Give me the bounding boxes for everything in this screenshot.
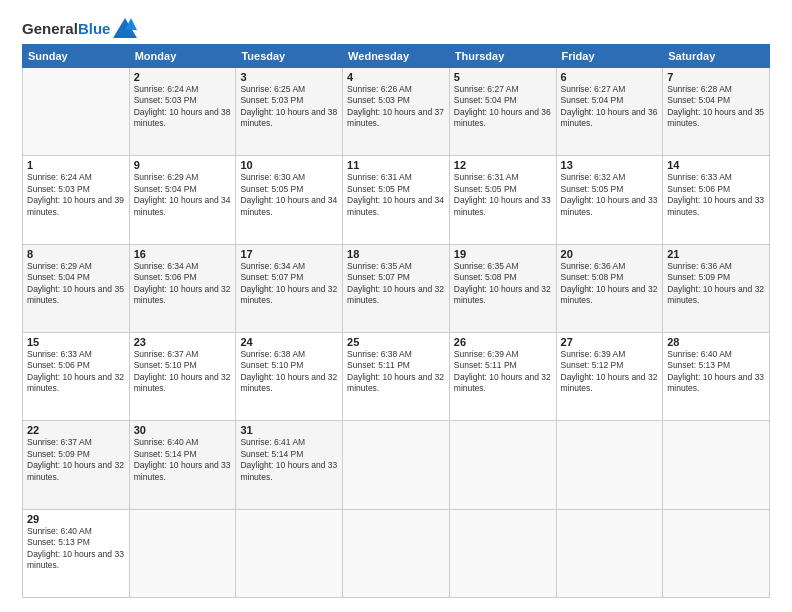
day-number: 18 [347,248,445,260]
day-number: 24 [240,336,338,348]
logo-icon [113,18,137,38]
day-cell: 11Sunrise: 6:31 AMSunset: 5:05 PMDayligh… [343,156,450,244]
day-info: Sunrise: 6:30 AMSunset: 5:05 PMDaylight:… [240,172,338,218]
day-info: Sunrise: 6:41 AMSunset: 5:14 PMDaylight:… [240,437,338,483]
day-cell: 20Sunrise: 6:36 AMSunset: 5:08 PMDayligh… [556,244,663,332]
logo: GeneralBlue [22,18,137,38]
day-info: Sunrise: 6:29 AMSunset: 5:04 PMDaylight:… [134,172,232,218]
day-info: Sunrise: 6:35 AMSunset: 5:08 PMDaylight:… [454,261,552,307]
day-cell: 3Sunrise: 6:25 AMSunset: 5:03 PMDaylight… [236,68,343,156]
day-info: Sunrise: 6:27 AMSunset: 5:04 PMDaylight:… [454,84,552,130]
day-cell [236,509,343,597]
day-info: Sunrise: 6:36 AMSunset: 5:08 PMDaylight:… [561,261,659,307]
day-cell: 14Sunrise: 6:33 AMSunset: 5:06 PMDayligh… [663,156,770,244]
day-number: 26 [454,336,552,348]
day-info: Sunrise: 6:35 AMSunset: 5:07 PMDaylight:… [347,261,445,307]
day-cell [449,509,556,597]
col-header-monday: Monday [129,45,236,68]
day-number: 5 [454,71,552,83]
day-cell: 22Sunrise: 6:37 AMSunset: 5:09 PMDayligh… [23,421,130,509]
day-cell: 26Sunrise: 6:39 AMSunset: 5:11 PMDayligh… [449,332,556,420]
day-number: 28 [667,336,765,348]
day-cell: 16Sunrise: 6:34 AMSunset: 5:06 PMDayligh… [129,244,236,332]
day-info: Sunrise: 6:33 AMSunset: 5:06 PMDaylight:… [27,349,125,395]
day-cell [556,509,663,597]
day-cell: 28Sunrise: 6:40 AMSunset: 5:13 PMDayligh… [663,332,770,420]
day-info: Sunrise: 6:34 AMSunset: 5:06 PMDaylight:… [134,261,232,307]
day-number: 13 [561,159,659,171]
day-cell: 5Sunrise: 6:27 AMSunset: 5:04 PMDaylight… [449,68,556,156]
day-cell [449,421,556,509]
day-cell: 30Sunrise: 6:40 AMSunset: 5:14 PMDayligh… [129,421,236,509]
day-cell: 18Sunrise: 6:35 AMSunset: 5:07 PMDayligh… [343,244,450,332]
day-info: Sunrise: 6:40 AMSunset: 5:14 PMDaylight:… [134,437,232,483]
day-cell: 2Sunrise: 6:24 AMSunset: 5:03 PMDaylight… [129,68,236,156]
day-info: Sunrise: 6:25 AMSunset: 5:03 PMDaylight:… [240,84,338,130]
day-cell [129,509,236,597]
logo-text: GeneralBlue [22,18,137,38]
week-row-2: 8Sunrise: 6:29 AMSunset: 5:04 PMDaylight… [23,244,770,332]
day-cell: 19Sunrise: 6:35 AMSunset: 5:08 PMDayligh… [449,244,556,332]
day-info: Sunrise: 6:31 AMSunset: 5:05 PMDaylight:… [347,172,445,218]
day-cell: 7Sunrise: 6:28 AMSunset: 5:04 PMDaylight… [663,68,770,156]
day-info: Sunrise: 6:33 AMSunset: 5:06 PMDaylight:… [667,172,765,218]
col-header-thursday: Thursday [449,45,556,68]
day-cell: 17Sunrise: 6:34 AMSunset: 5:07 PMDayligh… [236,244,343,332]
day-number: 21 [667,248,765,260]
day-number: 3 [240,71,338,83]
col-header-friday: Friday [556,45,663,68]
day-cell [343,421,450,509]
day-cell [23,68,130,156]
day-number: 8 [27,248,125,260]
day-number: 12 [454,159,552,171]
day-number: 27 [561,336,659,348]
day-info: Sunrise: 6:28 AMSunset: 5:04 PMDaylight:… [667,84,765,130]
col-header-wednesday: Wednesday [343,45,450,68]
day-cell: 31Sunrise: 6:41 AMSunset: 5:14 PMDayligh… [236,421,343,509]
day-number: 29 [27,513,125,525]
day-number: 20 [561,248,659,260]
day-cell [556,421,663,509]
day-number: 9 [134,159,232,171]
day-info: Sunrise: 6:39 AMSunset: 5:12 PMDaylight:… [561,349,659,395]
day-cell: 23Sunrise: 6:37 AMSunset: 5:10 PMDayligh… [129,332,236,420]
day-number: 2 [134,71,232,83]
week-row-4: 22Sunrise: 6:37 AMSunset: 5:09 PMDayligh… [23,421,770,509]
day-number: 22 [27,424,125,436]
day-cell: 4Sunrise: 6:26 AMSunset: 5:03 PMDaylight… [343,68,450,156]
week-row-5: 29Sunrise: 6:40 AMSunset: 5:13 PMDayligh… [23,509,770,597]
header: GeneralBlue [22,18,770,38]
day-info: Sunrise: 6:24 AMSunset: 5:03 PMDaylight:… [27,172,125,218]
col-header-saturday: Saturday [663,45,770,68]
day-info: Sunrise: 6:27 AMSunset: 5:04 PMDaylight:… [561,84,659,130]
day-cell: 21Sunrise: 6:36 AMSunset: 5:09 PMDayligh… [663,244,770,332]
day-info: Sunrise: 6:32 AMSunset: 5:05 PMDaylight:… [561,172,659,218]
day-cell: 24Sunrise: 6:38 AMSunset: 5:10 PMDayligh… [236,332,343,420]
day-info: Sunrise: 6:37 AMSunset: 5:09 PMDaylight:… [27,437,125,483]
day-number: 4 [347,71,445,83]
day-number: 15 [27,336,125,348]
day-info: Sunrise: 6:36 AMSunset: 5:09 PMDaylight:… [667,261,765,307]
day-info: Sunrise: 6:37 AMSunset: 5:10 PMDaylight:… [134,349,232,395]
day-info: Sunrise: 6:29 AMSunset: 5:04 PMDaylight:… [27,261,125,307]
col-header-sunday: Sunday [23,45,130,68]
day-cell: 9Sunrise: 6:29 AMSunset: 5:04 PMDaylight… [129,156,236,244]
day-number: 11 [347,159,445,171]
day-cell: 1Sunrise: 6:24 AMSunset: 5:03 PMDaylight… [23,156,130,244]
day-cell: 13Sunrise: 6:32 AMSunset: 5:05 PMDayligh… [556,156,663,244]
day-number: 10 [240,159,338,171]
day-cell: 8Sunrise: 6:29 AMSunset: 5:04 PMDaylight… [23,244,130,332]
day-cell: 29Sunrise: 6:40 AMSunset: 5:13 PMDayligh… [23,509,130,597]
calendar: SundayMondayTuesdayWednesdayThursdayFrid… [22,44,770,598]
day-number: 31 [240,424,338,436]
day-number: 7 [667,71,765,83]
day-info: Sunrise: 6:34 AMSunset: 5:07 PMDaylight:… [240,261,338,307]
day-number: 1 [27,159,125,171]
day-info: Sunrise: 6:40 AMSunset: 5:13 PMDaylight:… [27,526,125,572]
week-row-3: 15Sunrise: 6:33 AMSunset: 5:06 PMDayligh… [23,332,770,420]
day-number: 16 [134,248,232,260]
col-header-tuesday: Tuesday [236,45,343,68]
day-cell: 10Sunrise: 6:30 AMSunset: 5:05 PMDayligh… [236,156,343,244]
logo-general: GeneralBlue [22,20,110,37]
day-cell: 15Sunrise: 6:33 AMSunset: 5:06 PMDayligh… [23,332,130,420]
